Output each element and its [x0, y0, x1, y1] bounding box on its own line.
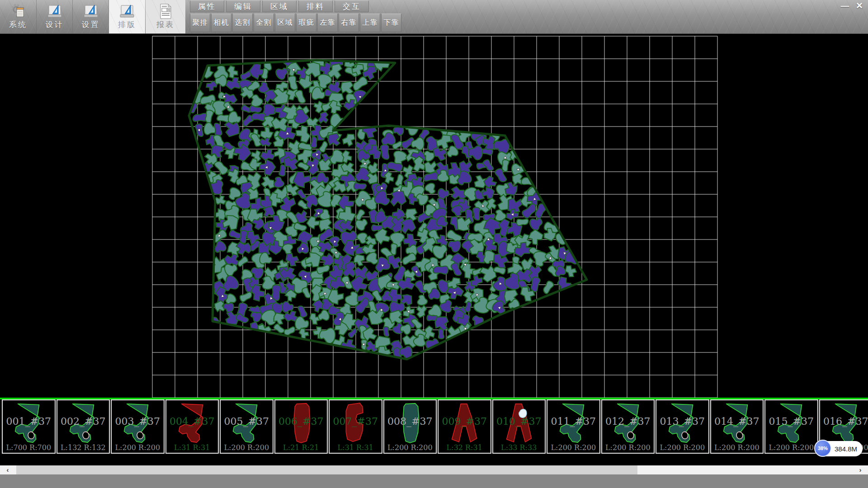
menu-tab-3[interactable]: 区域 [262, 0, 297, 12]
part-id-label: 006_#37 [275, 416, 327, 427]
part-count-label: L:200 R:200 [112, 443, 164, 452]
main-button-design[interactable]: 设计 [37, 0, 73, 33]
part-id-label: 016_#37 [820, 416, 868, 427]
part-id-label: 009_#37 [439, 416, 491, 427]
close-button[interactable]: ✕ [854, 0, 865, 11]
part-id-label: 008_#37 [384, 416, 436, 427]
main-button-label: 系统 [0, 19, 36, 30]
memory-status: 38% 384.8M [815, 441, 863, 456]
part-id-label: 012_#37 [602, 416, 654, 427]
part-id-label: 002_#37 [57, 416, 109, 427]
layout-ruler-icon [119, 2, 135, 20]
scrollbar-thumb[interactable] [16, 465, 637, 474]
menu-tab-4[interactable]: 排料 [298, 0, 333, 12]
part-id-label: 001_#37 [3, 416, 55, 427]
part-thumbnail-008_#37[interactable]: 008_#37 L:200 R:200 [383, 399, 437, 454]
tool-button-6[interactable]: 瑕疵 [296, 14, 316, 32]
part-thumbnail-012_#37[interactable]: 012_#37 L:200 R:200 [601, 399, 655, 454]
part-thumbnail-005_#37[interactable]: 005_#37 L:200 R:200 [220, 399, 274, 454]
part-thumbnail-006_#37[interactable]: 006_#37 L:21 R:21 [274, 399, 328, 454]
part-count-label: L:33 R:33 [493, 443, 545, 452]
memory-value: 384.8M [835, 445, 857, 453]
part-count-label: L:200 R:200 [547, 443, 599, 452]
menu-tab-1[interactable]: 属性 [190, 0, 224, 12]
part-thumbnail-002_#37[interactable]: 002_#37 L:132 R:132 [57, 399, 110, 454]
part-id-label: 010_#37 [493, 416, 545, 427]
part-thumbnail-007_#37[interactable]: 007_#37 L:31 R:31 [329, 399, 382, 454]
part-count-label: L:200 R:200 [765, 443, 817, 452]
part-id-label: 015_#37 [765, 416, 817, 427]
progress-value: 38% [818, 446, 828, 451]
part-count-label: L:132 R:132 [57, 443, 109, 452]
part-thumbnail-009_#37[interactable]: 009_#37 L:32 R:31 [438, 399, 491, 454]
part-id-label: 011_#37 [547, 416, 599, 427]
menu-tab-5[interactable]: 交互 [335, 0, 369, 12]
part-count-label: L:31 R:31 [166, 443, 218, 452]
nesting-canvas[interactable] [0, 33, 868, 398]
part-id-label: 005_#37 [221, 416, 273, 427]
part-thumbnail-011_#37[interactable]: 011_#37 L:200 R:200 [547, 399, 600, 454]
part-thumbnail-013_#37[interactable]: 013_#37 L:200 R:200 [656, 399, 709, 454]
nesting-canvas-svg [0, 33, 868, 398]
part-thumbnail-003_#37[interactable]: 003_#37 L:200 R:200 [111, 399, 165, 454]
part-id-label: 014_#37 [711, 416, 763, 427]
part-thumbnail-015_#37[interactable]: 015_#37 L:200 R:200 [764, 399, 818, 454]
status-bar [0, 474, 868, 488]
menu-tab-bar: 属性编辑区域排料交互 [190, 0, 369, 13]
part-count-label: L:200 R:200 [221, 443, 273, 452]
part-count-label: L:200 R:200 [656, 443, 708, 452]
report-doc-icon [157, 2, 174, 20]
tool-button-5[interactable]: 区域 [275, 14, 295, 32]
tool-button-bar: 聚排相机选割全割区域瑕疵左靠右靠上靠下靠 [190, 14, 401, 33]
progress-badge: 38% [814, 440, 831, 457]
part-id-label: 004_#37 [166, 416, 218, 427]
part-count-label: L:200 R:200 [711, 443, 763, 452]
part-count-label: L:700 R:700 [3, 443, 55, 452]
tool-button-8[interactable]: 右靠 [339, 14, 359, 32]
tool-button-4[interactable]: 全割 [254, 14, 274, 32]
tool-button-10[interactable]: 下靠 [381, 14, 401, 32]
tool-button-9[interactable]: 上靠 [360, 14, 380, 32]
part-thumbnail-014_#37[interactable]: 014_#37 L:200 R:200 [710, 399, 764, 454]
scroll-left-icon[interactable]: ‹ [0, 465, 15, 474]
tool-button-1[interactable]: 聚排 [190, 14, 210, 32]
main-button-label: 报表 [146, 19, 185, 30]
main-button-label: 设计 [37, 19, 72, 30]
settings-ruler-icon [83, 2, 99, 20]
tool-button-2[interactable]: 相机 [211, 14, 231, 32]
part-id-label: 003_#37 [112, 416, 164, 427]
part-count-label: L:200 R:200 [384, 443, 436, 452]
part-count-label: L:32 R:31 [439, 443, 491, 452]
nested-parts [188, 54, 582, 360]
main-button-settings[interactable]: 设置 [73, 0, 109, 33]
part-thumbnail-010_#37[interactable]: 010_#37 L:33 R:33 [492, 399, 546, 454]
main-button-layout[interactable]: 排版 [109, 0, 145, 33]
design-ruler-icon [47, 2, 63, 20]
minimize-button[interactable]: — [839, 0, 851, 11]
tool-button-7[interactable]: 左靠 [317, 14, 338, 32]
part-id-label: 007_#37 [330, 416, 382, 427]
tool-button-3[interactable]: 选割 [232, 14, 253, 32]
main-button-label: 设置 [73, 19, 108, 30]
main-button-label: 排版 [109, 19, 145, 30]
menu-tab-2[interactable]: 编辑 [226, 0, 260, 12]
part-count-label: L:200 R:200 [602, 443, 654, 452]
system-gear-icon [10, 2, 26, 20]
parts-panel: 001_#37 L:700 R:700 002_#37 L:132 R:132 … [0, 398, 868, 454]
scroll-right-icon[interactable]: › [853, 465, 868, 474]
part-id-label: 013_#37 [656, 416, 708, 427]
part-thumbnail-004_#37[interactable]: 004_#37 L:31 R:31 [165, 399, 219, 454]
main-button-system[interactable]: 系统 [0, 0, 37, 33]
horizontal-scrollbar[interactable]: ‹ › [0, 465, 868, 474]
toolbar: 系统 设计 设置 排版 报表 属性编辑区域排料交互 聚排相机选割全割区域瑕疵左靠… [0, 0, 868, 34]
main-button-report[interactable]: 报表 [146, 0, 185, 33]
window-controls: — ✕ [839, 0, 865, 11]
part-count-label: L:31 R:31 [330, 443, 382, 452]
part-count-label: L:21 R:21 [275, 443, 327, 452]
part-thumbnail-001_#37[interactable]: 001_#37 L:700 R:700 [2, 399, 56, 454]
